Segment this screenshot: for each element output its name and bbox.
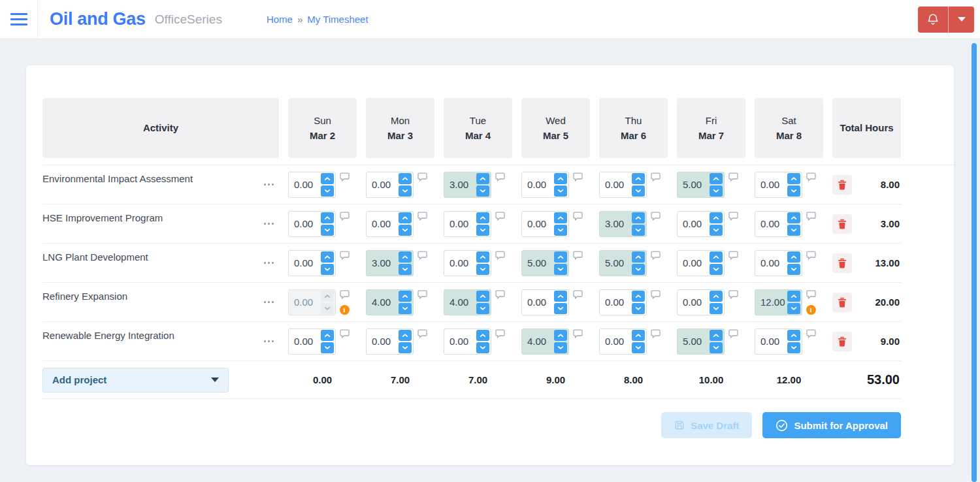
hours-input[interactable]: 0.00 <box>755 250 802 276</box>
comment-icon[interactable] <box>573 251 583 260</box>
decrement-button[interactable] <box>321 225 334 236</box>
increment-button[interactable] <box>321 291 334 302</box>
increment-button[interactable] <box>321 251 334 263</box>
comment-icon[interactable] <box>651 329 661 338</box>
comment-icon[interactable] <box>417 290 427 299</box>
row-menu-ellipsis-icon[interactable] <box>263 336 275 346</box>
increment-button[interactable] <box>399 251 412 263</box>
comment-icon[interactable] <box>728 212 738 221</box>
decrement-button[interactable] <box>399 264 412 275</box>
decrement-button[interactable] <box>632 342 645 353</box>
increment-button[interactable] <box>710 291 723 302</box>
decrement-button[interactable] <box>554 185 567 197</box>
increment-button[interactable] <box>554 330 567 341</box>
decrement-button[interactable] <box>321 303 334 314</box>
hours-input[interactable]: 0.00 <box>599 172 647 198</box>
decrement-button[interactable] <box>476 225 489 236</box>
comment-icon[interactable] <box>651 290 661 299</box>
add-project-select[interactable]: Add project <box>42 368 229 393</box>
increment-button[interactable] <box>787 173 800 184</box>
hours-input[interactable]: 5.00 <box>521 250 569 276</box>
increment-button[interactable] <box>399 212 412 223</box>
decrement-button[interactable] <box>399 225 412 236</box>
decrement-button[interactable] <box>554 342 567 353</box>
comment-icon[interactable] <box>573 290 583 299</box>
row-menu-ellipsis-icon[interactable] <box>263 258 275 268</box>
comment-icon[interactable] <box>806 329 816 338</box>
hours-input[interactable]: 0.00 <box>677 211 725 237</box>
comment-icon[interactable] <box>573 329 583 338</box>
hours-input[interactable]: 0.00 <box>288 172 336 198</box>
hours-input[interactable]: 12.00 <box>755 289 802 315</box>
decrement-button[interactable] <box>476 342 489 353</box>
comment-icon[interactable] <box>340 290 350 299</box>
notifications-button[interactable] <box>918 7 948 33</box>
hours-input[interactable]: 0.00 <box>288 250 336 276</box>
row-menu-ellipsis-icon[interactable] <box>263 297 275 307</box>
hours-input[interactable]: 0.00 <box>444 329 491 355</box>
comment-icon[interactable] <box>651 251 661 260</box>
decrement-button[interactable] <box>399 342 412 353</box>
hours-input[interactable]: 0.00 <box>599 329 647 355</box>
comment-icon[interactable] <box>806 290 816 299</box>
decrement-button[interactable] <box>787 342 800 353</box>
hours-input[interactable]: 0.00 <box>366 211 414 237</box>
decrement-button[interactable] <box>632 185 645 197</box>
increment-button[interactable] <box>787 330 800 341</box>
comment-icon[interactable] <box>340 172 350 182</box>
hours-input[interactable]: 5.00 <box>599 250 647 276</box>
decrement-button[interactable] <box>399 303 412 314</box>
decrement-button[interactable] <box>554 225 567 236</box>
hours-input[interactable]: 4.00 <box>444 289 491 315</box>
hours-input[interactable]: 0.00 <box>677 289 725 315</box>
comment-icon[interactable] <box>806 251 816 260</box>
hours-input[interactable]: 3.00 <box>599 211 647 237</box>
increment-button[interactable] <box>632 291 645 302</box>
hours-input[interactable]: 3.00 <box>444 172 491 198</box>
increment-button[interactable] <box>321 330 334 341</box>
vertical-scrollbar[interactable] <box>972 43 977 482</box>
comment-icon[interactable] <box>495 212 505 221</box>
decrement-button[interactable] <box>787 264 800 275</box>
comment-icon[interactable] <box>573 212 583 221</box>
decrement-button[interactable] <box>787 185 800 197</box>
row-menu-ellipsis-icon[interactable] <box>263 219 275 229</box>
decrement-button[interactable] <box>632 225 645 236</box>
decrement-button[interactable] <box>554 264 567 275</box>
comment-icon[interactable] <box>651 172 661 182</box>
increment-button[interactable] <box>787 212 800 223</box>
increment-button[interactable] <box>399 291 412 302</box>
increment-button[interactable] <box>399 330 412 341</box>
increment-button[interactable] <box>321 212 334 223</box>
increment-button[interactable] <box>554 212 567 223</box>
comment-icon[interactable] <box>728 329 738 338</box>
comment-icon[interactable] <box>495 172 505 182</box>
breadcrumb-home-link[interactable]: Home <box>267 14 293 25</box>
hours-input[interactable]: 0.00 <box>599 289 647 315</box>
increment-button[interactable] <box>632 173 645 184</box>
delete-row-button[interactable] <box>832 214 852 234</box>
decrement-button[interactable] <box>710 342 723 353</box>
decrement-button[interactable] <box>554 303 567 314</box>
hours-input[interactable]: 0.00 <box>755 172 802 198</box>
decrement-button[interactable] <box>710 264 723 275</box>
increment-button[interactable] <box>554 251 567 263</box>
comment-icon[interactable] <box>728 290 738 299</box>
submit-for-approval-button[interactable]: Submit for Approval <box>762 412 901 438</box>
decrement-button[interactable] <box>787 225 800 236</box>
increment-button[interactable] <box>632 251 645 263</box>
increment-button[interactable] <box>787 291 800 302</box>
hours-input[interactable]: 0.00 <box>288 289 336 315</box>
increment-button[interactable] <box>476 330 489 341</box>
comment-icon[interactable] <box>340 329 350 338</box>
comment-icon[interactable] <box>495 329 505 338</box>
hamburger-menu-icon[interactable] <box>0 0 38 39</box>
decrement-button[interactable] <box>710 303 723 314</box>
decrement-button[interactable] <box>710 185 723 197</box>
increment-button[interactable] <box>554 291 567 302</box>
comment-icon[interactable] <box>340 212 350 221</box>
hours-input[interactable]: 0.00 <box>366 329 414 355</box>
increment-button[interactable] <box>476 212 489 223</box>
hours-input[interactable]: 0.00 <box>521 211 569 237</box>
delete-row-button[interactable] <box>832 332 852 351</box>
